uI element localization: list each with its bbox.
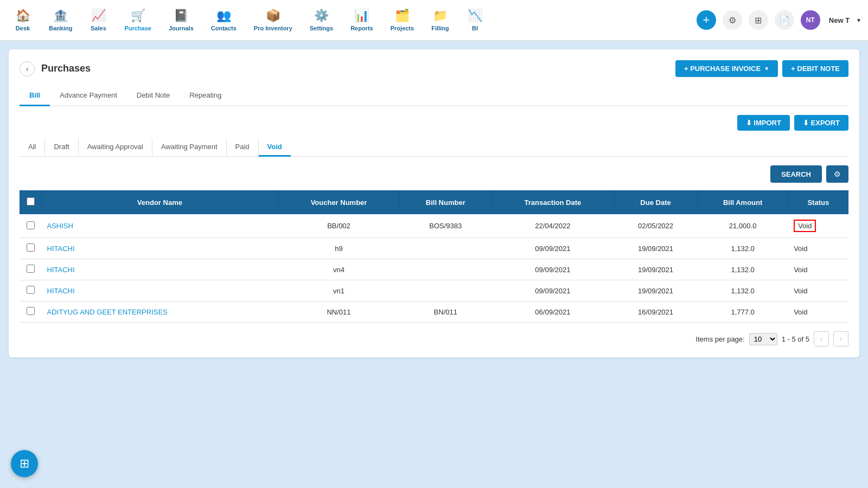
filter-void[interactable]: Void <box>259 138 291 157</box>
nav-contacts[interactable]: 👥 Contacts <box>203 4 244 36</box>
nav-sales[interactable]: 📈 Sales <box>82 4 114 36</box>
col-bill-number: Bill Number <box>400 191 492 214</box>
nav-journals[interactable]: 📓 Journals <box>161 4 201 36</box>
nav-reports-label: Reports <box>350 25 373 31</box>
row-select-0[interactable] <box>27 221 35 229</box>
nav-projects[interactable]: 🗂️ Projects <box>383 4 422 36</box>
sales-icon: 📈 <box>91 9 106 23</box>
filter-all[interactable]: All <box>20 138 45 157</box>
col-vendor-name: Vendor Name <box>42 191 278 214</box>
main-content: ‹ Purchases + PURCHASE INVOICE ▼ + DEBIT… <box>0 41 868 366</box>
import-label: ⬇ IMPORT <box>746 119 781 127</box>
table-row: HITACHI h9 09/09/2021 19/09/2021 1,132.0… <box>20 238 848 259</box>
bill-amount-2: 1,132.0 <box>697 259 788 280</box>
reports-icon: 📊 <box>354 9 369 23</box>
tab-repeating[interactable]: Repeating <box>180 86 231 106</box>
nav-pro-inventory[interactable]: 📦 Pro Inventory <box>246 4 300 36</box>
user-name[interactable]: New T <box>829 16 850 24</box>
nav-bi-label: BI <box>472 25 478 31</box>
table-header-row: Vendor Name Voucher Number Bill Number T… <box>20 191 848 214</box>
row-checkbox-2 <box>20 259 42 280</box>
bill-amount-4: 1,777.0 <box>697 301 788 323</box>
voucher-number-2: vn4 <box>278 259 399 280</box>
status-0: Void <box>788 214 848 238</box>
select-all-checkbox[interactable] <box>27 197 35 206</box>
nav-bi[interactable]: 📉 BI <box>459 4 492 36</box>
top-navigation: 🏠 Desk 🏦 Banking 📈 Sales 🛒 Purchase 📓 Jo… <box>0 0 868 41</box>
vendor-name-0[interactable]: ASHISH <box>42 214 278 238</box>
voucher-number-4: NN/011 <box>278 301 399 323</box>
nav-settings[interactable]: ⚙️ Settings <box>302 4 341 36</box>
bill-number-2 <box>400 259 492 280</box>
due-date-1: 19/09/2021 <box>614 238 697 259</box>
debit-note-button[interactable]: + DEBIT NOTE <box>782 60 848 77</box>
voucher-number-0: BB/002 <box>278 214 399 238</box>
nav-filling[interactable]: 📁 Filling <box>424 4 456 36</box>
tab-bill[interactable]: Bill <box>20 86 50 106</box>
add-button[interactable]: + <box>697 10 716 30</box>
document-button[interactable]: 📄 <box>775 10 794 30</box>
nav-reports[interactable]: 📊 Reports <box>343 4 381 36</box>
row-checkbox-0 <box>20 214 42 238</box>
grid-view-button[interactable]: ⊞ <box>749 10 768 30</box>
import-button[interactable]: ⬇ IMPORT <box>737 115 790 131</box>
purchase-invoice-button[interactable]: + PURCHASE INVOICE ▼ <box>675 60 778 77</box>
banking-icon: 🏦 <box>53 9 68 23</box>
table-row: ADITYUG AND GEET ENTERPRISES NN/011 BN/0… <box>20 301 848 323</box>
nav-banking[interactable]: 🏦 Banking <box>41 4 80 36</box>
search-row: SEARCH ⚙ <box>20 165 848 183</box>
nav-desk[interactable]: 🏠 Desk <box>7 4 39 36</box>
due-date-3: 19/09/2021 <box>614 280 697 301</box>
purchases-card: ‹ Purchases + PURCHASE INVOICE ▼ + DEBIT… <box>9 49 859 357</box>
nav-purchase[interactable]: 🛒 Purchase <box>117 4 159 36</box>
filter-awaiting-payment[interactable]: Awaiting Payment <box>152 138 227 157</box>
search-button[interactable]: SEARCH <box>770 165 822 183</box>
tab-debit-note[interactable]: Debit Note <box>127 86 180 106</box>
back-button[interactable]: ‹ <box>20 61 35 76</box>
status-2: Void <box>788 259 848 280</box>
purchase-invoice-caret: ▼ <box>764 66 769 72</box>
global-settings-button[interactable]: ⚙ <box>723 10 742 30</box>
action-row: ⬇ IMPORT ⬇ EXPORT <box>20 115 848 131</box>
row-select-3[interactable] <box>27 286 35 294</box>
prev-page-button[interactable]: ‹ <box>814 331 829 346</box>
main-tabs: Bill Advance Payment Debit Note Repeatin… <box>20 86 848 106</box>
row-select-2[interactable] <box>27 265 35 273</box>
row-checkbox-3 <box>20 280 42 301</box>
row-select-1[interactable] <box>27 243 35 252</box>
vendor-name-2[interactable]: HITACHI <box>42 259 278 280</box>
contacts-icon: 👥 <box>216 9 231 23</box>
row-checkbox-1 <box>20 238 42 259</box>
items-per-page-select[interactable]: 10 25 50 100 <box>749 333 777 345</box>
vendor-name-4[interactable]: ADITYUG AND GEET ENTERPRISES <box>42 301 278 323</box>
status-4: Void <box>788 301 848 323</box>
pro-inventory-icon: 📦 <box>266 9 280 23</box>
export-button[interactable]: ⬇ EXPORT <box>794 115 848 131</box>
user-menu-chevron[interactable]: ▼ <box>856 17 861 23</box>
row-select-4[interactable] <box>27 307 35 315</box>
card-header: ‹ Purchases + PURCHASE INVOICE ▼ + DEBIT… <box>20 60 848 77</box>
filter-draft[interactable]: Draft <box>45 138 78 157</box>
filter-paid[interactable]: Paid <box>227 138 259 157</box>
table-settings-button[interactable]: ⚙ <box>826 165 848 183</box>
bill-number-1 <box>400 238 492 259</box>
transaction-date-1: 09/09/2021 <box>492 238 614 259</box>
status-1: Void <box>788 238 848 259</box>
pagination: Items per page: 10 25 50 100 1 - 5 of 5 … <box>20 331 848 346</box>
due-date-0: 02/05/2022 <box>614 214 697 238</box>
export-label: ⬇ EXPORT <box>803 119 840 127</box>
vendor-name-3[interactable]: HITACHI <box>42 280 278 301</box>
desk-icon: 🏠 <box>16 9 30 23</box>
next-page-button[interactable]: › <box>833 331 848 346</box>
filling-icon: 📁 <box>433 9 448 23</box>
bill-number-4: BN/011 <box>400 301 492 323</box>
journals-icon: 📓 <box>174 9 188 23</box>
bills-table: Vendor Name Voucher Number Bill Number T… <box>20 190 848 323</box>
user-avatar[interactable]: NT <box>801 10 820 30</box>
bottom-grid-icon[interactable]: ⊞ <box>11 450 38 477</box>
bill-amount-0: 21,000.0 <box>697 214 788 238</box>
filter-awaiting-approval[interactable]: Awaiting Approval <box>79 138 152 157</box>
vendor-name-1[interactable]: HITACHI <box>42 238 278 259</box>
page-title: Purchases <box>41 63 91 74</box>
tab-advance-payment[interactable]: Advance Payment <box>50 86 127 106</box>
